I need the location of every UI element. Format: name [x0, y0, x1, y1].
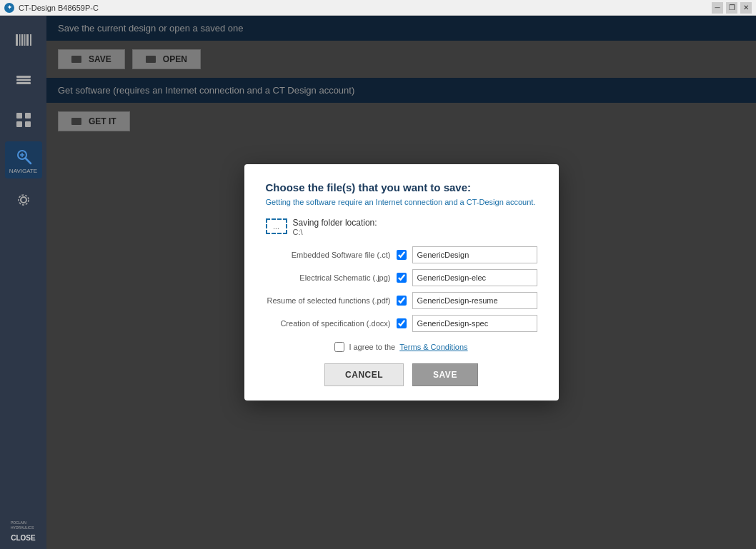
title-bar-left: ✦ CT-Design B48659P-C	[4, 3, 99, 13]
specification-file-input[interactable]	[412, 315, 537, 332]
file-row-embedded: Embedded Software file (.ct)	[266, 246, 537, 263]
schematic-file-label: Electrical Schematic (.jpg)	[266, 273, 391, 282]
folder-label: Saving folder location:	[293, 218, 377, 228]
grid-icon	[14, 110, 34, 130]
window-close-button[interactable]: ✕	[740, 2, 752, 14]
resume-file-input[interactable]	[412, 292, 537, 309]
svg-rect-0	[16, 34, 18, 46]
specification-file-label: Creation of specification (.docx)	[266, 319, 391, 328]
restore-button[interactable]: ❐	[726, 2, 737, 14]
folder-info: Saving folder location: C:\	[293, 218, 377, 236]
sidebar-item-layers[interactable]	[5, 61, 42, 99]
app-container: NAVIGATE POCLAIN HYDRAULICS CLOSE	[0, 16, 756, 549]
close-bottom-button[interactable]: CLOSE	[6, 533, 39, 543]
dialog-subtitle: Getting the software require an Internet…	[266, 198, 537, 206]
svg-rect-6	[16, 76, 31, 78]
embedded-file-input[interactable]	[412, 246, 537, 263]
svg-rect-7	[16, 79, 31, 81]
svg-rect-9	[16, 113, 22, 119]
terms-row: I agree to the Terms & Conditions	[266, 342, 537, 352]
schematic-file-checkbox[interactable]	[397, 273, 407, 283]
main-content: Save the current design or open a saved …	[46, 16, 756, 549]
svg-rect-3	[24, 34, 26, 46]
resume-file-checkbox[interactable]	[397, 296, 407, 306]
svg-point-17	[21, 197, 26, 203]
file-row-schematic: Electrical Schematic (.jpg)	[266, 269, 537, 286]
resume-file-label: Resume of selected functions (.pdf)	[266, 296, 391, 305]
svg-rect-11	[16, 121, 22, 127]
svg-rect-2	[21, 34, 24, 46]
layers-icon	[14, 70, 34, 90]
title-bar-title: CT-Design B48659P-C	[19, 4, 99, 12]
svg-rect-12	[25, 121, 31, 127]
save-dialog: Choose the file(s) that you want to save…	[244, 164, 559, 401]
sidebar-item-grid[interactable]	[5, 101, 42, 138]
minimize-button[interactable]: ─	[712, 2, 723, 14]
sidebar-item-settings[interactable]	[5, 181, 42, 218]
svg-rect-1	[19, 34, 21, 46]
navigate-label: NAVIGATE	[9, 168, 37, 174]
svg-line-14	[25, 158, 31, 163]
svg-rect-10	[25, 113, 31, 119]
terms-checkbox[interactable]	[334, 342, 344, 352]
dialog-save-button[interactable]: SAVE	[412, 363, 478, 386]
poclain-logo: POCLAIN HYDRAULICS	[9, 518, 38, 531]
embedded-file-label: Embedded Software file (.ct)	[266, 251, 391, 259]
folder-row: ... Saving folder location: C:\	[266, 218, 537, 236]
navigate-icon	[14, 146, 34, 166]
svg-text:HYDRAULICS: HYDRAULICS	[11, 525, 34, 530]
file-row-specification: Creation of specification (.docx)	[266, 315, 537, 332]
svg-rect-8	[16, 82, 31, 84]
settings-icon	[14, 190, 34, 210]
svg-rect-4	[26, 34, 29, 46]
folder-browse-button[interactable]: ...	[266, 218, 287, 234]
title-bar-controls: ─ ❐ ✕	[712, 2, 752, 14]
sidebar-item-navigate[interactable]: NAVIGATE	[5, 141, 42, 178]
terms-link[interactable]: Terms & Conditions	[399, 343, 467, 351]
dialog-buttons: CANCEL SAVE	[266, 363, 537, 386]
barcode-icon	[14, 30, 34, 50]
sidebar: NAVIGATE POCLAIN HYDRAULICS CLOSE	[0, 16, 46, 549]
sidebar-item-barcode[interactable]	[5, 21, 42, 59]
specification-file-checkbox[interactable]	[397, 318, 407, 328]
app-icon: ✦	[4, 3, 14, 13]
bottom-bar: POCLAIN HYDRAULICS CLOSE	[0, 506, 46, 549]
schematic-file-input[interactable]	[412, 269, 537, 286]
embedded-file-checkbox[interactable]	[397, 250, 407, 260]
file-row-resume: Resume of selected functions (.pdf)	[266, 292, 537, 309]
modal-overlay: Choose the file(s) that you want to save…	[46, 16, 756, 549]
terms-text: I agree to the	[349, 343, 395, 351]
svg-text:POCLAIN: POCLAIN	[11, 520, 26, 525]
folder-path: C:\	[293, 228, 377, 236]
title-bar: ✦ CT-Design B48659P-C ─ ❐ ✕	[0, 0, 756, 16]
cancel-button[interactable]: CANCEL	[324, 363, 404, 386]
svg-rect-5	[30, 34, 31, 46]
dialog-title: Choose the file(s) that you want to save…	[266, 181, 537, 193]
